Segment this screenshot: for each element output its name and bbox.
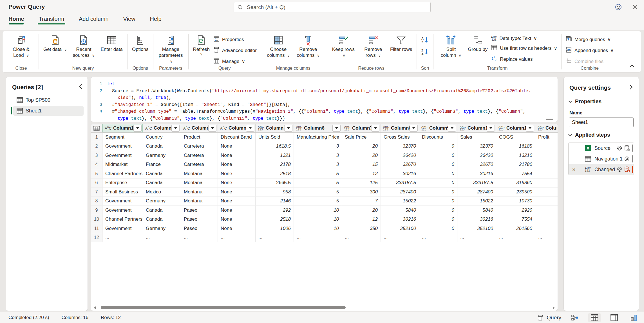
table-cell[interactable]: 10 [294, 215, 342, 224]
filter-dropdown-button[interactable] [526, 125, 534, 132]
table-cell[interactable]: 292 [256, 206, 294, 215]
table-cell[interactable]: Montana [181, 179, 218, 188]
table-cell[interactable]: Canada [143, 206, 181, 215]
table-cell[interactable]: Carretera [181, 151, 218, 160]
table-cell[interactable] [535, 179, 558, 188]
table-cell[interactable]: ... [535, 233, 558, 242]
tab-add-column[interactable]: Add column [79, 16, 109, 26]
table-cell[interactable]: 1006 [256, 224, 294, 233]
table-cell[interactable]: Carretera [181, 160, 218, 169]
table-cell[interactable]: 3 [294, 142, 342, 151]
recent-sources-button[interactable]: Recent sources ∨ [69, 33, 98, 60]
filter-dropdown-button[interactable] [171, 125, 180, 132]
table-cell[interactable]: Enterprise [102, 179, 143, 188]
column-header-column3[interactable]: ABCColumn3 [181, 124, 218, 132]
table-cell[interactable]: 3 [294, 160, 342, 169]
table-cell[interactable]: 125 [342, 179, 381, 188]
choose-columns-button[interactable]: Choose columns ∨ [264, 33, 293, 60]
profile-view-button[interactable] [628, 313, 640, 322]
applied-steps-section-header[interactable]: Applied steps [564, 127, 639, 140]
table-cell[interactable]: 20 [342, 151, 381, 160]
table-cell[interactable]: Segment [102, 133, 143, 142]
tab-help[interactable]: Help [150, 16, 162, 26]
row-number[interactable]: 1 [91, 133, 102, 142]
search-input[interactable] [246, 4, 427, 11]
table-cell[interactable]: 319860 [496, 179, 535, 188]
table-cell[interactable]: 20 [342, 142, 381, 151]
table-cell[interactable]: 15022 [381, 197, 419, 206]
filter-dropdown-button[interactable] [133, 125, 142, 132]
table-cell[interactable]: Product [181, 133, 218, 142]
options-button[interactable]: Options [130, 33, 150, 53]
properties-section-header[interactable]: Properties [564, 94, 639, 106]
table-cell[interactable]: 2518 [256, 215, 294, 224]
table-cell[interactable]: ... [457, 233, 496, 242]
column-header-column8[interactable]: ABC123Column8 [381, 124, 419, 132]
table-cell[interactable]: None [218, 160, 256, 169]
table-cell[interactable]: Germany [143, 224, 181, 233]
table-cell[interactable]: ... [218, 233, 256, 242]
applied-step-changed-c-[interactable]: ✕ABC123Changed c... [569, 164, 634, 175]
table-cell[interactable]: 10 [294, 224, 342, 233]
row-number[interactable]: 9 [91, 206, 102, 215]
column-header-column4[interactable]: ABCColumn4 [218, 124, 256, 132]
table-cell[interactable]: ... [419, 233, 457, 242]
scroll-left-arrow-icon[interactable] [94, 306, 96, 309]
table-cell[interactable] [535, 215, 558, 224]
filter-dropdown-button[interactable] [410, 125, 418, 132]
table-cell[interactable]: 32370 [457, 142, 496, 151]
table-cell[interactable]: Government [102, 197, 143, 206]
table-cell[interactable]: 352100 [381, 224, 419, 233]
code-line[interactable]: 4 #"Changed column type" = Table.Transfo… [91, 108, 558, 115]
table-cell[interactable]: None [218, 215, 256, 224]
table-cell[interactable]: 0 [419, 197, 457, 206]
table-cell[interactable]: 350 [342, 224, 381, 233]
table-cell[interactable]: 32370 [381, 142, 419, 151]
table-cell[interactable]: 5 [294, 179, 342, 188]
filter-dropdown-button[interactable] [487, 125, 495, 132]
table-cell[interactable]: 287400 [457, 188, 496, 196]
table-cell[interactable]: 0 [419, 151, 457, 160]
table-cell[interactable]: 958 [256, 188, 294, 196]
table-cell[interactable]: COGS [496, 133, 535, 142]
query-item-top-sp500[interactable]: Top SP500 [13, 95, 84, 105]
table-cell[interactable]: 0 [419, 179, 457, 188]
row-number[interactable]: 10 [91, 215, 102, 224]
column-header-column1[interactable]: ABCColumn1 [102, 124, 143, 132]
collapse-settings-pane-button[interactable] [629, 84, 633, 91]
table-cell[interactable]: Midmarket [102, 160, 143, 169]
table-cell[interactable]: 10 [294, 206, 342, 215]
column-header-column2[interactable]: ABCColumn2 [143, 124, 181, 132]
table-cell[interactable]: ... [496, 233, 535, 242]
table-cell[interactable]: 26420 [381, 151, 419, 160]
code-line[interactable]: xlsx"), null, true), [91, 94, 558, 101]
column-header-column10[interactable]: ABC123Column10 [457, 124, 496, 132]
table-cell[interactable]: Germany [143, 197, 181, 206]
sort-ascending-button[interactable]: AZ [420, 36, 430, 45]
filter-dropdown-button[interactable] [246, 125, 254, 132]
code-line[interactable]: 3 #"Navigation 1" = Source{[Item = "Shee… [91, 101, 558, 109]
table-cell[interactable]: ... [256, 233, 294, 242]
table-cell[interactable]: Country [143, 133, 181, 142]
manage-parameters-button[interactable]: Manage parameters ∨ [156, 33, 185, 65]
table-cell[interactable]: Montana [181, 169, 218, 178]
tab-home[interactable]: Home [8, 16, 24, 26]
table-cell[interactable]: 352100 [457, 224, 496, 233]
table-cell[interactable]: 32670 [381, 160, 419, 169]
delete-step-icon[interactable]: ✕ [570, 167, 578, 172]
code-line[interactable]: 1let [91, 81, 558, 88]
split-column-button[interactable]: Split column ∨ [436, 33, 466, 60]
column-header-column12[interactable]: ABC123Column12 [535, 124, 558, 132]
filter-dropdown-button[interactable] [448, 125, 456, 132]
grid-scrollbar-thumb[interactable] [101, 306, 346, 309]
table-cell[interactable]: 5 [294, 197, 342, 206]
advanced-editor-button[interactable]: Advanced editor [212, 46, 258, 55]
merge-queries-button[interactable]: Merge queries ∨ [564, 35, 615, 44]
collapse-queries-pane-button[interactable] [79, 84, 82, 91]
table-cell[interactable]: 333187.5 [457, 179, 496, 188]
table-cell[interactable]: 0 [419, 188, 457, 196]
table-cell[interactable]: Mexico [143, 188, 181, 196]
remove-columns-button[interactable]: Remove columns ∨ [294, 33, 323, 60]
table-cell[interactable]: Paseo [181, 206, 218, 215]
use-first-row-as-headers-button[interactable]: Use first row as headers ∨ [490, 43, 558, 53]
